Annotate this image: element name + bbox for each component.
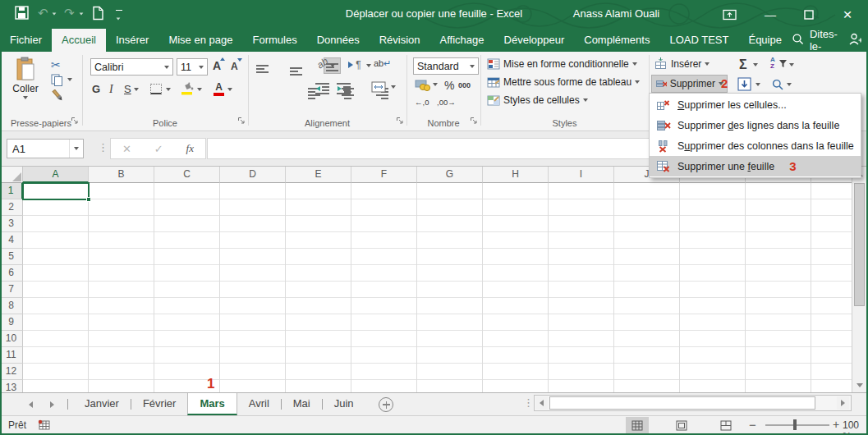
row-header-13[interactable]: 13: [0, 380, 23, 392]
row-header-11[interactable]: 11: [0, 347, 23, 364]
percent-style-button[interactable]: %: [444, 79, 454, 92]
tab-scroll-splitter[interactable]: ⋮: [523, 396, 534, 409]
row-header-10[interactable]: 10: [0, 331, 23, 347]
sort-filter-icon[interactable]: AZ: [770, 57, 775, 70]
ribbon-tab-load-test[interactable]: LOAD TEST: [659, 29, 738, 52]
column-header-E[interactable]: E: [286, 167, 351, 183]
find-select-icon[interactable]: [772, 79, 783, 93]
ribbon-display-options-icon[interactable]: [713, 0, 746, 29]
font-size-combobox[interactable]: 11: [177, 58, 208, 76]
zoom-in-button[interactable]: +: [833, 418, 839, 431]
column-header-I[interactable]: I: [549, 167, 614, 183]
name-box[interactable]: A1: [7, 139, 84, 158]
grid-cells[interactable]: [23, 183, 852, 392]
menu-item-2[interactable]: Supprimer des lignes dans la feuille: [650, 115, 861, 135]
enter-icon[interactable]: ✓: [154, 143, 163, 155]
ribbon-tab-fichier[interactable]: Fichier: [0, 29, 52, 52]
ribbon-tab-mise-en-page[interactable]: Mise en page: [158, 29, 242, 52]
ribbon-tab-compl-ments[interactable]: Compléments: [574, 29, 659, 52]
normal-view-icon[interactable]: [626, 417, 649, 433]
alignment-dialog-launcher-icon[interactable]: [396, 116, 404, 127]
underline-dropdown-arrow[interactable]: [134, 88, 139, 91]
vertical-scrollbar[interactable]: [852, 167, 866, 392]
format-as-table-button[interactable]: Mettre sous forme de tableau: [487, 76, 640, 88]
underline-button[interactable]: S: [124, 83, 131, 95]
merge-center-icon[interactable]: [371, 81, 386, 95]
sort-filter-dropdown-arrow[interactable]: [789, 63, 794, 66]
row-header-4[interactable]: 4: [0, 232, 23, 249]
accounting-dropdown-arrow[interactable]: [433, 83, 438, 86]
column-header-G[interactable]: G: [417, 167, 483, 183]
sheet-nav-left-icon[interactable]: [20, 393, 41, 415]
fill-handle[interactable]: [86, 197, 91, 202]
search-icon[interactable]: [792, 33, 804, 48]
clipboard-dialog-launcher-icon[interactable]: [71, 116, 79, 127]
wrap-text-icon[interactable]: ab↵: [374, 58, 391, 69]
column-header-D[interactable]: D: [220, 167, 286, 183]
text-direction-dropdown-arrow[interactable]: [366, 64, 371, 67]
copy-icon[interactable]: [51, 74, 63, 89]
ribbon-tab--quipe[interactable]: Équipe: [738, 29, 791, 52]
sheet-tab-janvier[interactable]: Janvier: [73, 393, 131, 415]
paste-button[interactable]: Coller: [7, 57, 44, 99]
orientation-dropdown-arrow[interactable]: [330, 64, 335, 67]
minimize-button[interactable]: —: [754, 0, 787, 29]
new-sheet-button[interactable]: [379, 397, 393, 412]
tell-me-label[interactable]: Dites-le-: [810, 28, 838, 53]
sort-filter-funnel-icon[interactable]: [779, 59, 787, 71]
sheet-tab-avril[interactable]: Avril: [237, 393, 281, 415]
share-person-icon[interactable]: [848, 33, 861, 48]
ribbon-tab-formules[interactable]: Formules: [242, 29, 306, 52]
fill-color-dropdown-arrow[interactable]: [197, 88, 202, 91]
decrease-font-size-button[interactable]: A: [231, 61, 238, 72]
italic-button[interactable]: I: [109, 83, 113, 96]
accounting-format-icon[interactable]: [415, 79, 431, 94]
column-header-A[interactable]: A: [23, 167, 89, 183]
scroll-left-arrow[interactable]: [535, 396, 548, 410]
signed-in-user[interactable]: Anass Alami Ouali: [565, 7, 668, 20]
column-header-F[interactable]: F: [351, 167, 417, 183]
row-header-6[interactable]: 6: [0, 265, 23, 282]
insert-cells-button[interactable]: Insérer: [654, 57, 710, 70]
column-header-C[interactable]: C: [154, 167, 220, 183]
sheet-tab-mai[interactable]: Mai: [282, 393, 322, 415]
number-format-combobox[interactable]: Standard: [413, 57, 479, 75]
cell-styles-button[interactable]: Styles de cellules: [487, 94, 588, 106]
font-dialog-launcher-icon[interactable]: [237, 116, 246, 127]
cut-icon[interactable]: ✂: [51, 58, 61, 71]
horizontal-scroll-thumb[interactable]: [549, 396, 815, 410]
column-header-H[interactable]: H: [483, 167, 549, 183]
zoom-slider-track[interactable]: [765, 424, 829, 426]
autosum-dropdown-arrow[interactable]: [753, 63, 758, 66]
increase-decimal-icon[interactable]: ←,0: [415, 98, 429, 107]
fill-down-icon[interactable]: [737, 77, 751, 94]
row-header-7[interactable]: 7: [0, 282, 23, 298]
increase-indent-icon[interactable]: [337, 83, 351, 97]
copy-dropdown-arrow[interactable]: [67, 78, 72, 81]
fill-dropdown-arrow[interactable]: [755, 83, 760, 86]
page-layout-view-icon[interactable]: [670, 417, 693, 433]
align-middle-icon[interactable]: [290, 65, 303, 76]
column-header-B[interactable]: B: [89, 167, 154, 183]
scroll-right-arrow[interactable]: [837, 396, 849, 410]
menu-item-3[interactable]: Supprimer des colonnes dans la feuille: [650, 135, 861, 156]
sheet-tab-février[interactable]: Février: [131, 393, 187, 415]
select-all-corner[interactable]: [0, 167, 23, 183]
horizontal-scrollbar[interactable]: [534, 395, 852, 411]
format-painter-icon[interactable]: [51, 89, 65, 105]
insert-function-icon[interactable]: fx: [186, 142, 194, 155]
borders-dropdown-arrow[interactable]: [166, 88, 171, 91]
align-top-icon[interactable]: [256, 65, 269, 76]
vertical-scroll-thumb[interactable]: [854, 183, 865, 306]
ribbon-tab-r-vision[interactable]: Révision: [370, 29, 430, 52]
sheet-tab-mars[interactable]: Mars: [187, 393, 237, 415]
bold-button[interactable]: G: [92, 83, 100, 95]
text-direction-icon[interactable]: ¶: [348, 59, 361, 71]
comma-style-button[interactable]: 000: [458, 81, 471, 89]
fill-color-icon[interactable]: [181, 81, 194, 98]
font-name-combobox[interactable]: Calibri: [90, 58, 173, 76]
decrease-decimal-icon[interactable]: ,00→: [437, 98, 456, 107]
cancel-icon[interactable]: ✕: [122, 143, 131, 155]
zoom-slider-thumb[interactable]: [793, 419, 797, 430]
ribbon-tab-affichage[interactable]: Affichage: [430, 29, 494, 52]
